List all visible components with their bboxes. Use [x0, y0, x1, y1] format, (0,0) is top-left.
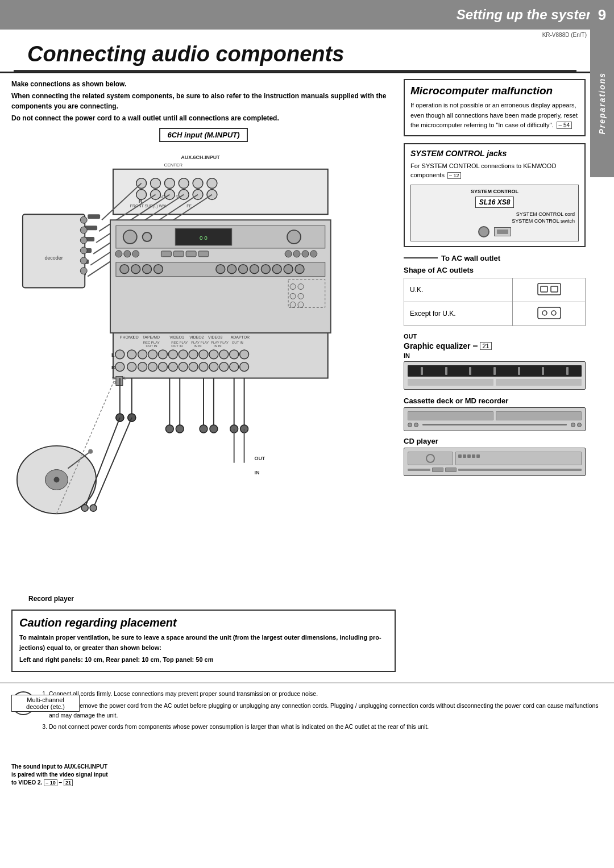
page-number-badge: 9	[590, 0, 614, 30]
malfunction-text: If operation is not possible or an erron…	[410, 101, 579, 131]
svg-text:CENTER: CENTER	[164, 162, 182, 168]
main-diagram-svg: AUX.6CH.INPUT CENTER L R FRONT SUR SUB A…	[11, 147, 396, 610]
svg-point-48	[209, 350, 218, 359]
6ch-input-label: 6CH input (M.INPUT)	[159, 128, 247, 142]
svg-point-58	[179, 362, 188, 372]
svg-point-40	[127, 350, 136, 359]
svg-point-41	[138, 350, 147, 359]
svg-point-157	[298, 293, 304, 299]
sc-ref: – 12	[447, 172, 461, 179]
ac-outlet-section: To AC wall outlet Shape of AC outlets U.…	[404, 254, 586, 326]
diagram-container: 6CH input (M.INPUT) AUX.6CH.INPUT CENTER…	[11, 128, 396, 610]
svg-point-151	[284, 265, 293, 274]
svg-point-44	[168, 350, 177, 359]
graphic-eq-label: Graphic equalizer	[404, 341, 470, 350]
svg-point-133	[115, 251, 122, 257]
svg-point-112	[54, 477, 60, 483]
svg-point-145	[216, 265, 225, 274]
svg-point-154	[290, 284, 296, 290]
cd-player-device	[404, 448, 586, 476]
svg-point-63	[230, 362, 239, 372]
graphic-eq-ref: 21	[480, 342, 491, 350]
main-title: Connecting audio components	[14, 35, 576, 72]
instruction-line3: Do not connect the power cord to a wall …	[11, 113, 396, 123]
cassette-deck-section: Cassette deck or MD recorder	[404, 397, 586, 431]
system-control-diagram: SYSTEM CONTROL SL16 XS8 SYSTEM CONTROL c…	[410, 185, 579, 241]
svg-rect-132	[198, 251, 209, 257]
caution-box: Caution regarding placement To maintain …	[11, 610, 396, 672]
svg-text:VIDEO2: VIDEO2	[189, 335, 204, 339]
instruction-line1: Make connections as shown below.	[11, 80, 126, 88]
svg-point-76	[165, 425, 173, 433]
svg-point-108	[80, 257, 87, 264]
sound-note: The sound input to AUX.6CH.INPUT is pair…	[11, 763, 114, 787]
system-control-box: SYSTEM CONTROL jacks For SYSTEM CONTROL …	[404, 143, 586, 247]
svg-point-124	[123, 230, 137, 244]
svg-point-152	[295, 265, 304, 274]
svg-point-56	[158, 362, 167, 372]
svg-point-6	[179, 178, 189, 189]
header-title: Setting up the system	[457, 7, 598, 23]
svg-point-144	[154, 265, 163, 274]
svg-point-45	[179, 350, 188, 359]
svg-rect-129	[161, 251, 171, 257]
svg-rect-102	[23, 214, 85, 287]
svg-point-135	[132, 251, 139, 257]
graphic-eq-device	[404, 361, 586, 390]
cd-player-section: CD player	[404, 437, 586, 476]
svg-text:0 0: 0 0	[200, 235, 208, 241]
svg-text:AUX.6CH.INPUT: AUX.6CH.INPUT	[181, 155, 220, 160]
ac-except-uk-shape	[513, 302, 586, 326]
svg-point-52	[115, 362, 125, 372]
svg-text:CD: CD	[133, 335, 139, 339]
ac-uk-row: U.K.	[404, 278, 586, 302]
ac-outlet-label: To AC wall outlet	[441, 254, 500, 262]
svg-point-18	[207, 190, 217, 200]
svg-point-51	[240, 350, 249, 359]
svg-point-142	[131, 265, 140, 274]
preparations-label: Preparations	[598, 72, 607, 135]
header-bar: Setting up the system	[0, 0, 614, 30]
svg-point-47	[199, 350, 208, 359]
notes-list: Connect all cords firmly. Loose connecti…	[41, 689, 603, 732]
svg-rect-96	[88, 214, 100, 219]
svg-point-42	[148, 350, 157, 359]
malfunction-ref: – 54	[557, 122, 572, 129]
svg-text:OUT: OUT	[254, 456, 265, 461]
svg-point-125	[143, 232, 152, 241]
svg-text:decoder: decoder	[44, 255, 63, 261]
svg-text:L: L	[111, 352, 115, 358]
svg-point-81	[210, 425, 218, 433]
svg-text:VIDEO3: VIDEO3	[208, 335, 223, 339]
preparations-sidebar: Preparations	[590, 30, 614, 177]
svg-point-139	[310, 251, 317, 257]
svg-point-15	[164, 190, 175, 200]
svg-point-61	[209, 362, 218, 372]
svg-point-141	[120, 265, 129, 274]
svg-point-55	[148, 362, 157, 372]
svg-point-165	[551, 311, 556, 315]
graphic-eq-in: IN	[404, 352, 410, 359]
svg-line-119	[93, 418, 132, 508]
graphic-eq-out: OUT	[404, 333, 417, 340]
svg-rect-161	[541, 286, 547, 292]
svg-point-107	[80, 247, 87, 254]
graphic-eq-dash: –	[472, 341, 478, 351]
svg-point-159	[298, 302, 304, 307]
svg-point-150	[272, 265, 281, 274]
ac-shapes-table: U.K. Except for U.K.	[404, 278, 586, 326]
instructions: Make connections as shown below. When co…	[11, 79, 396, 123]
caution-text: To maintain proper ventilation, be sure …	[19, 633, 388, 665]
svg-rect-162	[551, 286, 558, 292]
svg-point-64	[240, 362, 249, 372]
svg-text:TAPE/MD: TAPE/MD	[143, 335, 160, 339]
svg-point-164	[542, 311, 547, 315]
svg-point-5	[164, 178, 175, 189]
svg-point-147	[239, 265, 248, 274]
system-control-title: SYSTEM CONTROL jacks	[410, 149, 579, 158]
caution-title: Caution regarding placement	[19, 616, 388, 629]
svg-point-143	[143, 265, 152, 274]
svg-point-60	[199, 362, 208, 372]
svg-text:IN IN: IN IN	[214, 344, 222, 348]
cassette-deck-device	[404, 407, 586, 431]
